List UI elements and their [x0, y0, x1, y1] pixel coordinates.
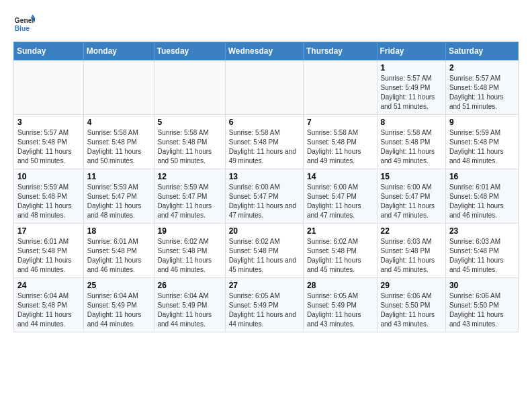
calendar-cell: [225, 60, 303, 115]
day-info: Sunrise: 6:01 AMSunset: 5:48 PMDaylight:…: [87, 237, 150, 275]
day-number: 6: [229, 118, 300, 127]
day-number: 11: [87, 172, 150, 181]
day-info: Sunrise: 5:59 AMSunset: 5:48 PMDaylight:…: [449, 128, 515, 166]
calendar-cell: 28Sunrise: 6:05 AMSunset: 5:49 PMDayligh…: [303, 278, 377, 332]
day-number: 20: [229, 226, 300, 236]
day-info: Sunrise: 6:02 AMSunset: 5:48 PMDaylight:…: [158, 237, 222, 275]
day-number: 1: [381, 63, 442, 73]
day-number: 12: [158, 172, 222, 181]
calendar-cell: 18Sunrise: 6:01 AMSunset: 5:48 PMDayligh…: [83, 224, 154, 278]
calendar-cell: 3Sunrise: 5:57 AMSunset: 5:48 PMDaylight…: [14, 115, 84, 169]
day-number: 26: [158, 281, 222, 290]
week-row-1: 1Sunrise: 5:57 AMSunset: 5:49 PMDaylight…: [14, 60, 519, 115]
day-number: 9: [449, 118, 515, 127]
logo-icon: General Blue: [13, 13, 35, 35]
day-info: Sunrise: 5:58 AMSunset: 5:48 PMDaylight:…: [158, 128, 222, 166]
week-row-2: 3Sunrise: 5:57 AMSunset: 5:48 PMDaylight…: [14, 115, 519, 169]
calendar-cell: [14, 60, 84, 115]
calendar-cell: 19Sunrise: 6:02 AMSunset: 5:48 PMDayligh…: [154, 224, 225, 278]
day-info: Sunrise: 6:00 AMSunset: 5:47 PMDaylight:…: [229, 183, 300, 220]
header-wednesday: Wednesday: [225, 42, 303, 60]
day-info: Sunrise: 6:03 AMSunset: 5:48 PMDaylight:…: [381, 237, 442, 275]
calendar-cell: 25Sunrise: 6:04 AMSunset: 5:49 PMDayligh…: [83, 278, 154, 332]
day-number: 27: [229, 281, 300, 290]
calendar-cell: 6Sunrise: 5:58 AMSunset: 5:48 PMDaylight…: [225, 115, 303, 169]
calendar-cell: 12Sunrise: 5:59 AMSunset: 5:47 PMDayligh…: [154, 169, 225, 224]
day-number: 19: [158, 226, 222, 236]
calendar-cell: 26Sunrise: 6:04 AMSunset: 5:49 PMDayligh…: [154, 278, 225, 332]
calendar-cell: 23Sunrise: 6:03 AMSunset: 5:48 PMDayligh…: [445, 224, 518, 278]
calendar-cell: 22Sunrise: 6:03 AMSunset: 5:48 PMDayligh…: [377, 224, 445, 278]
calendar-cell: 16Sunrise: 6:01 AMSunset: 5:48 PMDayligh…: [445, 169, 518, 224]
day-number: 16: [449, 172, 515, 181]
day-number: 30: [449, 281, 515, 290]
day-info: Sunrise: 6:00 AMSunset: 5:47 PMDaylight:…: [381, 183, 442, 220]
calendar-table: SundayMondayTuesdayWednesdayThursdayFrid…: [13, 42, 519, 332]
day-number: 17: [17, 226, 80, 236]
week-row-5: 24Sunrise: 6:04 AMSunset: 5:48 PMDayligh…: [14, 278, 519, 332]
calendar-cell: 11Sunrise: 5:59 AMSunset: 5:47 PMDayligh…: [83, 169, 154, 224]
day-number: 7: [307, 118, 373, 127]
day-info: Sunrise: 5:59 AMSunset: 5:47 PMDaylight:…: [87, 183, 150, 220]
calendar-cell: [154, 60, 225, 115]
calendar-cell: 14Sunrise: 6:00 AMSunset: 5:47 PMDayligh…: [303, 169, 377, 224]
day-info: Sunrise: 5:59 AMSunset: 5:48 PMDaylight:…: [17, 183, 80, 220]
calendar-cell: 8Sunrise: 5:58 AMSunset: 5:48 PMDaylight…: [377, 115, 445, 169]
day-info: Sunrise: 5:57 AMSunset: 5:48 PMDaylight:…: [449, 74, 515, 111]
day-number: 3: [17, 118, 80, 127]
day-number: 8: [381, 118, 442, 127]
logo: General Blue: [13, 13, 35, 35]
calendar-cell: [83, 60, 154, 115]
day-info: Sunrise: 5:58 AMSunset: 5:48 PMDaylight:…: [87, 128, 150, 166]
day-info: Sunrise: 6:02 AMSunset: 5:48 PMDaylight:…: [307, 237, 373, 275]
day-info: Sunrise: 6:00 AMSunset: 5:47 PMDaylight:…: [307, 183, 373, 220]
calendar-cell: 9Sunrise: 5:59 AMSunset: 5:48 PMDaylight…: [445, 115, 518, 169]
calendar-header-row: SundayMondayTuesdayWednesdayThursdayFrid…: [14, 42, 519, 60]
day-info: Sunrise: 5:58 AMSunset: 5:48 PMDaylight:…: [307, 128, 373, 166]
calendar-cell: 1Sunrise: 5:57 AMSunset: 5:49 PMDaylight…: [377, 60, 445, 115]
day-info: Sunrise: 6:06 AMSunset: 5:50 PMDaylight:…: [449, 291, 515, 329]
day-number: 22: [381, 226, 442, 236]
day-number: 24: [17, 281, 80, 290]
day-info: Sunrise: 6:01 AMSunset: 5:48 PMDaylight:…: [449, 183, 515, 220]
page-header: General Blue: [13, 13, 519, 35]
calendar-cell: 10Sunrise: 5:59 AMSunset: 5:48 PMDayligh…: [14, 169, 84, 224]
day-info: Sunrise: 6:02 AMSunset: 5:48 PMDaylight:…: [229, 237, 300, 275]
day-number: 28: [307, 281, 373, 290]
day-info: Sunrise: 6:06 AMSunset: 5:50 PMDaylight:…: [381, 291, 442, 329]
day-info: Sunrise: 6:05 AMSunset: 5:49 PMDaylight:…: [307, 291, 373, 329]
day-info: Sunrise: 5:58 AMSunset: 5:48 PMDaylight:…: [229, 128, 300, 166]
calendar-cell: 27Sunrise: 6:05 AMSunset: 5:49 PMDayligh…: [225, 278, 303, 332]
day-number: 18: [87, 226, 150, 236]
calendar-cell: 5Sunrise: 5:58 AMSunset: 5:48 PMDaylight…: [154, 115, 225, 169]
day-info: Sunrise: 6:01 AMSunset: 5:48 PMDaylight:…: [17, 237, 80, 275]
day-number: 5: [158, 118, 222, 127]
day-info: Sunrise: 6:04 AMSunset: 5:48 PMDaylight:…: [17, 291, 80, 329]
calendar-cell: 17Sunrise: 6:01 AMSunset: 5:48 PMDayligh…: [14, 224, 84, 278]
svg-marker-2: [31, 15, 35, 18]
calendar-cell: 21Sunrise: 6:02 AMSunset: 5:48 PMDayligh…: [303, 224, 377, 278]
header-thursday: Thursday: [303, 42, 377, 60]
calendar-cell: 20Sunrise: 6:02 AMSunset: 5:48 PMDayligh…: [225, 224, 303, 278]
day-info: Sunrise: 5:59 AMSunset: 5:47 PMDaylight:…: [158, 183, 222, 220]
calendar-cell: 15Sunrise: 6:00 AMSunset: 5:47 PMDayligh…: [377, 169, 445, 224]
calendar-cell: 7Sunrise: 5:58 AMSunset: 5:48 PMDaylight…: [303, 115, 377, 169]
calendar-cell: 29Sunrise: 6:06 AMSunset: 5:50 PMDayligh…: [377, 278, 445, 332]
day-number: 23: [449, 226, 515, 236]
day-number: 21: [307, 226, 373, 236]
calendar-cell: 30Sunrise: 6:06 AMSunset: 5:50 PMDayligh…: [445, 278, 518, 332]
svg-text:Blue: Blue: [15, 25, 30, 32]
header-monday: Monday: [83, 42, 154, 60]
day-number: 15: [381, 172, 442, 181]
day-number: 10: [17, 172, 80, 181]
calendar-cell: 13Sunrise: 6:00 AMSunset: 5:47 PMDayligh…: [225, 169, 303, 224]
header-saturday: Saturday: [445, 42, 518, 60]
calendar-cell: [303, 60, 377, 115]
day-info: Sunrise: 6:04 AMSunset: 5:49 PMDaylight:…: [87, 291, 150, 329]
calendar-cell: 2Sunrise: 5:57 AMSunset: 5:48 PMDaylight…: [445, 60, 518, 115]
day-number: 25: [87, 281, 150, 290]
day-info: Sunrise: 5:58 AMSunset: 5:48 PMDaylight:…: [381, 128, 442, 166]
day-number: 2: [449, 63, 515, 73]
header-sunday: Sunday: [14, 42, 84, 60]
calendar-cell: 24Sunrise: 6:04 AMSunset: 5:48 PMDayligh…: [14, 278, 84, 332]
